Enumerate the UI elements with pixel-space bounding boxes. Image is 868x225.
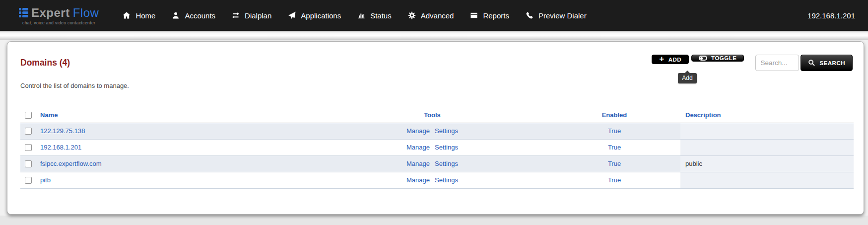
nav-item-accounts[interactable]: Accounts <box>172 11 215 20</box>
nav-item-status[interactable]: Status <box>357 11 392 20</box>
manage-link[interactable]: Manage <box>406 127 430 135</box>
nav-item-label: Home <box>135 11 155 20</box>
enabled-value: True <box>608 127 621 135</box>
nav-item-advanced[interactable]: Advanced <box>408 11 454 20</box>
row-checkbox[interactable] <box>25 160 32 167</box>
plus-icon: + <box>659 55 664 63</box>
brand-name-secondary: Flow <box>73 6 99 20</box>
manage-link[interactable]: Manage <box>406 176 430 184</box>
select-all-checkbox[interactable] <box>25 112 32 119</box>
table-row: 192.168.1.201 ManageSettings True <box>20 139 854 155</box>
column-header-description[interactable]: Description <box>680 108 854 123</box>
row-checkbox[interactable] <box>25 128 32 135</box>
page-title: Domains (4) <box>20 58 70 68</box>
toggle-icon <box>699 56 707 61</box>
home-icon <box>123 11 131 19</box>
manage-link[interactable]: Manage <box>406 144 430 151</box>
table-header-row: Name Tools Enabled Description <box>20 108 854 123</box>
domain-name-link[interactable]: 192.168.1.201 <box>40 144 81 151</box>
column-header-name[interactable]: Name <box>38 108 316 123</box>
main-nav: Home Accounts Dialplan Applications Stat… <box>123 11 586 20</box>
column-header-tools[interactable]: Tools <box>316 108 548 123</box>
search-input[interactable] <box>755 55 799 71</box>
nav-item-label: Reports <box>483 11 509 20</box>
search-icon <box>808 59 815 67</box>
domains-card: Domains (4) + ADD Add TOGGLE <box>7 41 864 215</box>
card-header: Domains (4) + ADD Add TOGGLE <box>20 55 853 71</box>
brand-name-primary: Expert <box>31 6 70 20</box>
nav-item-label: Dialplan <box>245 11 271 20</box>
brand-logo[interactable]: ExpertFlow chat, voice and video contact… <box>19 6 99 25</box>
row-checkbox[interactable] <box>25 144 32 151</box>
bar-chart-icon <box>357 11 365 19</box>
search-button-label: SEARCH <box>819 60 845 66</box>
brand-tagline: chat, voice and video contactcenter <box>22 20 95 25</box>
settings-link[interactable]: Settings <box>435 127 458 135</box>
nav-item-applications[interactable]: Applications <box>288 11 341 20</box>
top-nav-bar: ExpertFlow chat, voice and video contact… <box>0 0 868 31</box>
footer-band <box>0 216 868 225</box>
nav-item-label: Status <box>370 11 392 20</box>
nav-item-label: Preview Dialer <box>538 11 587 20</box>
description-value: public <box>680 155 854 172</box>
add-button-label: ADD <box>668 57 681 63</box>
manage-link[interactable]: Manage <box>406 160 430 167</box>
nav-item-preview-dialer[interactable]: Preview Dialer <box>526 11 587 20</box>
nav-item-label: Advanced <box>421 11 454 20</box>
description-value <box>680 139 854 155</box>
settings-link[interactable]: Settings <box>435 160 458 167</box>
toggle-button-label: TOGGLE <box>711 55 736 61</box>
gear-icon <box>408 11 416 19</box>
user-icon <box>172 11 180 19</box>
nav-item-reports[interactable]: Reports <box>470 11 509 20</box>
row-checkbox[interactable] <box>25 177 32 184</box>
search-button[interactable]: SEARCH <box>801 55 853 71</box>
enabled-value: True <box>608 176 621 184</box>
table-row: 122.129.75.138 ManageSettings True <box>20 123 854 139</box>
column-header-enabled[interactable]: Enabled <box>548 108 680 123</box>
domain-name-link[interactable]: fsipcc.expertflow.com <box>40 160 102 167</box>
exchange-icon <box>232 11 240 19</box>
settings-link[interactable]: Settings <box>435 144 458 151</box>
description-value <box>680 123 854 139</box>
description-value <box>680 172 854 188</box>
window-icon <box>470 11 478 19</box>
domain-name-link[interactable]: 122.129.75.138 <box>40 127 85 135</box>
domain-name-link[interactable]: pitb <box>40 176 51 184</box>
nav-item-home[interactable]: Home <box>123 11 155 20</box>
add-button[interactable]: + ADD <box>652 55 689 64</box>
server-address: 192.168.1.201 <box>807 11 855 20</box>
add-tooltip: Add <box>678 73 696 83</box>
enabled-value: True <box>608 160 621 167</box>
toolbar: + ADD Add TOGGLE SEARCH <box>652 55 853 71</box>
table-row: fsipcc.expertflow.com ManageSettings Tru… <box>20 155 854 172</box>
table-row: pitb ManageSettings True <box>20 172 854 188</box>
page-subtitle: Control the list of domains to manage. <box>20 82 853 89</box>
main-area: Domains (4) + ADD Add TOGGLE <box>0 40 868 225</box>
phone-icon <box>526 11 534 19</box>
toggle-button[interactable]: TOGGLE <box>691 55 744 62</box>
nav-item-label: Applications <box>301 11 341 20</box>
paper-plane-icon <box>288 11 296 19</box>
domains-table: Name Tools Enabled Description 122.129.7… <box>20 108 854 189</box>
enabled-value: True <box>608 144 621 151</box>
nav-item-label: Accounts <box>185 11 215 20</box>
nav-item-dialplan[interactable]: Dialplan <box>232 11 271 20</box>
expertflow-logo-icon <box>19 8 28 17</box>
settings-link[interactable]: Settings <box>435 176 458 184</box>
nav-shade-strip <box>0 31 868 40</box>
